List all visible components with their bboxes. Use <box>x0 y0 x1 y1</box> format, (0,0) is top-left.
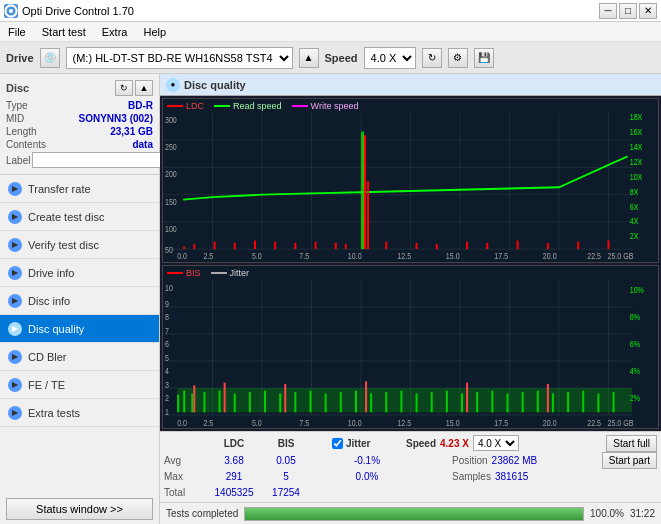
upper-chart: LDC Read speed Write speed <box>162 98 659 263</box>
menu-start-test[interactable]: Start test <box>38 25 90 39</box>
bis-color <box>167 272 183 274</box>
disc-label-label: Label <box>6 155 30 166</box>
extra-tests-icon: ▶ <box>8 406 22 420</box>
svg-text:0.0: 0.0 <box>177 251 187 261</box>
lower-chart-legend: BIS Jitter <box>163 266 658 280</box>
sidebar-item-fe-te-label: FE / TE <box>28 379 65 391</box>
legend-read-speed-label: Read speed <box>233 101 282 111</box>
content-area: ● Disc quality LDC Read speed <box>160 74 661 524</box>
speed-select[interactable]: 4.0 X <box>364 47 416 69</box>
drive-select[interactable]: (M:) HL-DT-ST BD-RE WH16NS58 TST4 <box>66 47 293 69</box>
disc-mid-value: SONYNN3 (002) <box>79 113 153 124</box>
svg-text:6%: 6% <box>630 338 641 349</box>
close-button[interactable]: ✕ <box>639 3 657 19</box>
svg-rect-98 <box>191 393 193 412</box>
svg-rect-115 <box>446 390 448 412</box>
svg-text:22.5: 22.5 <box>587 251 601 261</box>
stats-avg-row: Avg 3.68 0.05 -0.1% Position 23862 MB St… <box>164 452 657 468</box>
stats-ldc-header: LDC <box>208 438 260 449</box>
svg-rect-33 <box>193 244 195 249</box>
content-title: Disc quality <box>184 79 246 91</box>
menu-help[interactable]: Help <box>139 25 170 39</box>
svg-rect-50 <box>547 243 549 249</box>
status-window-button[interactable]: Status window >> <box>6 498 153 520</box>
disc-label-input[interactable] <box>32 152 165 168</box>
start-full-button[interactable]: Start full <box>606 435 657 452</box>
disc-icons: ↻ ▲ <box>115 80 153 96</box>
progress-track <box>244 507 584 521</box>
svg-text:2.5: 2.5 <box>203 416 213 427</box>
svg-rect-112 <box>400 390 402 412</box>
maximize-button[interactable]: □ <box>619 3 637 19</box>
progress-percent: 100.0% <box>590 508 624 519</box>
avg-label: Avg <box>164 455 208 466</box>
svg-rect-113 <box>416 393 418 412</box>
stats-total-row: Total 1405325 17254 <box>164 484 657 500</box>
disc-info-icon: ▶ <box>8 294 22 308</box>
sidebar-item-disc-quality[interactable]: ▶ Disc quality <box>0 315 159 343</box>
jitter-checkbox[interactable] <box>332 438 343 449</box>
minimize-button[interactable]: ─ <box>599 3 617 19</box>
svg-rect-35 <box>234 243 236 249</box>
svg-rect-118 <box>491 390 493 412</box>
charts-container: LDC Read speed Write speed <box>160 96 661 431</box>
app-icon <box>4 4 18 18</box>
disc-length-label: Length <box>6 126 37 137</box>
svg-rect-100 <box>219 390 221 412</box>
sidebar-item-drive-info[interactable]: ▶ Drive info <box>0 259 159 287</box>
sidebar-item-fe-te[interactable]: ▶ FE / TE <box>0 371 159 399</box>
disc-contents-value: data <box>132 139 153 150</box>
svg-text:17.5: 17.5 <box>494 416 508 427</box>
titlebar-left: Opti Drive Control 1.70 <box>4 4 134 18</box>
svg-rect-38 <box>294 243 296 249</box>
svg-text:7: 7 <box>165 324 169 335</box>
svg-text:14X: 14X <box>630 142 643 152</box>
main-area: Disc ↻ ▲ Type BD-R MID SONYNN3 (002) Len… <box>0 74 661 524</box>
svg-point-1 <box>9 8 13 12</box>
disc-refresh-button[interactable]: ↻ <box>115 80 133 96</box>
sidebar-item-extra-tests[interactable]: ▶ Extra tests <box>0 399 159 427</box>
jitter-color <box>211 272 227 274</box>
svg-text:15.0: 15.0 <box>446 416 460 427</box>
svg-rect-37 <box>274 242 276 249</box>
svg-rect-123 <box>567 392 569 412</box>
speed-select-container: 4.0 X <box>473 435 519 451</box>
disc-eject-button[interactable]: ▲ <box>135 80 153 96</box>
start-part-button[interactable]: Start part <box>602 452 657 469</box>
speed-dropdown[interactable]: 4.0 X <box>473 435 519 451</box>
menu-file[interactable]: File <box>4 25 30 39</box>
sidebar-item-cd-bler[interactable]: ▶ CD Bler <box>0 343 159 371</box>
sidebar-item-create-test-disc[interactable]: ▶ Create test disc <box>0 203 159 231</box>
jitter-header-label: Jitter <box>346 438 370 449</box>
legend-ldc: LDC <box>167 101 204 111</box>
sidebar-item-transfer-rate[interactable]: ▶ Transfer rate <box>0 175 159 203</box>
refresh-button[interactable]: ↻ <box>422 48 442 68</box>
settings-button[interactable]: ⚙ <box>448 48 468 68</box>
save-button[interactable]: 💾 <box>474 48 494 68</box>
sidebar-item-cd-bler-label: CD Bler <box>28 351 67 363</box>
legend-jitter: Jitter <box>211 268 250 278</box>
legend-read-speed: Read speed <box>214 101 282 111</box>
sidebar-item-verify-test-disc[interactable]: ▶ Verify test disc <box>0 231 159 259</box>
drive-eject-icon[interactable]: 💿 <box>40 48 60 68</box>
jitter-check-container: Jitter <box>332 438 402 449</box>
svg-rect-99 <box>203 392 205 412</box>
svg-text:18X: 18X <box>630 113 643 123</box>
sidebar-item-disc-info[interactable]: ▶ Disc info <box>0 287 159 315</box>
speed-label: Speed <box>325 52 358 64</box>
svg-rect-117 <box>476 392 478 412</box>
progress-fill <box>245 508 583 520</box>
svg-text:5.0: 5.0 <box>252 416 262 427</box>
lower-chart-svg: 10% 8% 6% 4% 2% 10 9 8 7 6 5 4 3 <box>163 280 658 429</box>
eject-button[interactable]: ▲ <box>299 48 319 68</box>
upper-chart-svg: 18X 16X 14X 12X 10X 8X 6X 4X 2X 300 250 … <box>163 113 658 262</box>
max-bis-value: 5 <box>260 471 312 482</box>
svg-text:50: 50 <box>165 245 173 255</box>
svg-text:300: 300 <box>165 115 177 125</box>
menu-extra[interactable]: Extra <box>98 25 132 39</box>
status-text: Tests completed <box>166 508 238 519</box>
svg-rect-127 <box>193 385 195 412</box>
svg-text:10: 10 <box>165 281 173 292</box>
titlebar-controls: ─ □ ✕ <box>599 3 657 19</box>
svg-text:3: 3 <box>165 378 169 389</box>
